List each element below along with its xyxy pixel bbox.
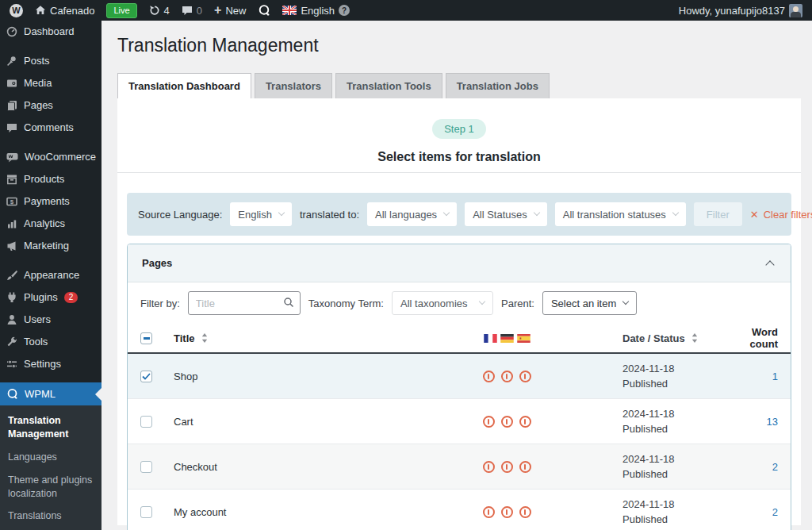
sidebar-item-label: Payments	[24, 196, 70, 207]
comments-link[interactable]: 0	[182, 5, 202, 17]
sidebar-item-wpml[interactable]: WPML	[0, 382, 102, 405]
sidebar-item-label: Tools	[24, 336, 48, 348]
sidebar-item-payments[interactable]: $ Payments	[0, 190, 102, 213]
sort-icon[interactable]	[691, 333, 698, 343]
sidebar-item-settings[interactable]: Settings	[0, 353, 102, 375]
comments-icon	[6, 122, 17, 133]
new-content-link[interactable]: + New	[214, 3, 246, 17]
submenu-item-translation-management[interactable]: Translation Management	[0, 409, 102, 446]
row-title: Cart	[174, 416, 443, 428]
brush-icon	[6, 270, 17, 281]
row-checkbox[interactable]	[140, 416, 152, 428]
row-checkbox[interactable]	[140, 461, 152, 473]
chevron-up-icon[interactable]	[765, 260, 774, 269]
sidebar-item-label: Pages	[24, 100, 53, 111]
title-column-header[interactable]: Title	[174, 332, 195, 344]
sidebar-item-appearance[interactable]: Appearance	[0, 264, 102, 286]
sidebar-item-label: Analytics	[24, 218, 65, 229]
sidebar-item-label: Dashboard	[24, 26, 75, 37]
needs-translation-icon[interactable]	[483, 371, 495, 382]
needs-translation-icon[interactable]	[501, 416, 513, 428]
submenu-item-languages[interactable]: Languages	[0, 446, 102, 469]
sidebar-item-woocommerce[interactable]: WooCommerce	[0, 146, 102, 168]
language-switcher[interactable]: English ?	[282, 5, 350, 17]
sidebar-item-plugins[interactable]: Plugins 2	[0, 286, 102, 309]
chevron-down-icon	[443, 209, 450, 216]
translation-status-select[interactable]: All translation statuses	[555, 202, 686, 226]
needs-translation-icon[interactable]	[501, 371, 513, 382]
user-icon	[6, 314, 17, 325]
submenu-item-theme-plugins-localization[interactable]: Theme and plugins localization	[0, 469, 102, 505]
needs-translation-icon[interactable]	[501, 506, 513, 518]
needs-translation-icon[interactable]	[519, 371, 531, 382]
updates-link[interactable]: 4	[149, 5, 170, 17]
tab-translation-jobs[interactable]: Translation Jobs	[446, 73, 550, 98]
word-count-link[interactable]: 2	[729, 506, 778, 518]
sidebar-item-marketing[interactable]: Marketing	[0, 235, 102, 257]
live-badge[interactable]: Live	[106, 3, 136, 18]
sort-icon[interactable]	[201, 333, 208, 343]
wordpress-menu[interactable]: W	[10, 4, 23, 17]
sidebar-item-posts[interactable]: Posts	[0, 50, 102, 72]
parent-label: Parent:	[501, 298, 534, 309]
products-icon	[6, 174, 17, 185]
dashboard-icon	[6, 26, 17, 37]
wrench-icon	[6, 336, 17, 348]
taxonomy-select[interactable]: All taxonomies	[392, 291, 493, 315]
account-menu[interactable]: Howdy, yunafupijo8137	[679, 4, 802, 17]
sidebar-item-tools[interactable]: Tools	[0, 331, 102, 353]
needs-translation-icon[interactable]	[519, 506, 531, 518]
status-select[interactable]: All Statuses	[465, 202, 547, 226]
sidebar-item-analytics[interactable]: Analytics	[0, 213, 102, 235]
date-status-column-header[interactable]: Date / Status	[622, 333, 685, 344]
sidebar-item-dashboard[interactable]: Dashboard	[0, 21, 102, 43]
submenu-item-translations[interactable]: Translations	[0, 505, 102, 528]
site-link[interactable]: Cafenado	[35, 5, 94, 17]
word-count-link[interactable]: 2	[729, 461, 778, 473]
sidebar-item-pages[interactable]: Pages	[0, 94, 102, 117]
sidebar-item-users[interactable]: Users	[0, 309, 102, 331]
tab-translation-tools[interactable]: Translation Tools	[335, 73, 442, 98]
target-languages-select[interactable]: All languages	[367, 202, 457, 226]
wpml-toolbar-menu[interactable]	[258, 4, 270, 17]
needs-translation-icon[interactable]	[483, 461, 495, 473]
sidebar-item-label: Users	[24, 314, 51, 325]
clear-filters-label: Clear filters	[764, 209, 812, 221]
word-count-link[interactable]: 1	[729, 371, 778, 382]
megaphone-icon	[6, 240, 17, 252]
translation-status-value: All translation statuses	[563, 209, 666, 221]
row-checkbox[interactable]	[140, 506, 152, 518]
pages-panel-header[interactable]: Pages	[128, 244, 791, 282]
needs-translation-icon[interactable]	[501, 461, 513, 473]
dashboard-card: Step 1 Select items for translation Sour…	[117, 98, 801, 525]
needs-translation-icon[interactable]	[519, 461, 531, 473]
sidebar-item-label: Products	[24, 174, 64, 185]
indeterminate-mark	[144, 337, 150, 340]
wpml-submenu: Translation Management Languages Theme a…	[0, 405, 102, 530]
parent-select[interactable]: Select an item	[542, 291, 637, 315]
page-title: Translation Management	[117, 35, 812, 56]
help-icon[interactable]: ?	[339, 5, 350, 16]
filter-by-label: Filter by:	[140, 298, 180, 309]
table-header: Title Date / Status Word count	[128, 324, 791, 354]
sidebar-item-comments[interactable]: Comments	[0, 117, 102, 139]
needs-translation-icon[interactable]	[483, 506, 495, 518]
spanish-flag-icon	[517, 334, 530, 343]
wpml-icon	[6, 388, 18, 400]
source-language-select[interactable]: English	[230, 202, 292, 226]
tab-translation-dashboard[interactable]: Translation Dashboard	[117, 73, 251, 98]
chevron-down-icon	[534, 209, 540, 216]
woocommerce-icon	[6, 152, 18, 163]
filter-button[interactable]: Filter	[694, 202, 742, 226]
select-all-checkbox[interactable]	[140, 332, 152, 344]
sidebar-item-products[interactable]: Products	[0, 168, 102, 190]
word-count-link[interactable]: 13	[729, 416, 778, 428]
new-label: New	[225, 5, 246, 17]
needs-translation-icon[interactable]	[519, 416, 531, 428]
needs-translation-icon[interactable]	[483, 416, 495, 428]
tab-translators[interactable]: Translators	[255, 73, 332, 98]
sidebar-item-media[interactable]: Media	[0, 72, 102, 94]
clear-filters-link[interactable]: ✕ Clear filters	[750, 209, 812, 221]
row-checkbox[interactable]	[140, 371, 152, 382]
english-flag-icon	[282, 6, 297, 15]
